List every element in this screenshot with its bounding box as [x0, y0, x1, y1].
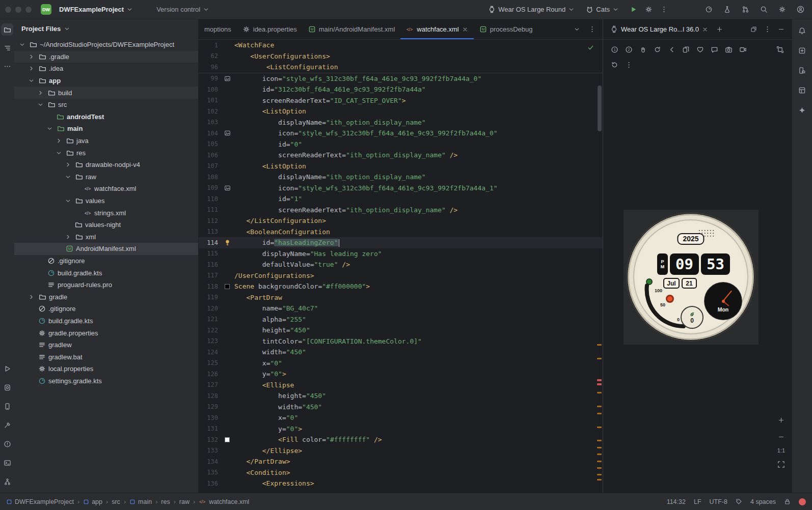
version-control-button[interactable] [1, 475, 13, 488]
chevron-right-icon[interactable] [63, 161, 72, 168]
code-line[interactable]: 127 <Ellipse [199, 380, 603, 391]
tree-item[interactable]: .gradle [14, 51, 198, 63]
code-line[interactable]: 110 id="1" [199, 193, 603, 205]
color-swatch-black[interactable] [225, 284, 230, 289]
chevron-down-button[interactable] [570, 23, 583, 36]
zoom-out-button[interactable] [775, 431, 788, 443]
tree-item[interactable]: res [14, 147, 198, 159]
tree-item[interactable]: MAndroidManifest.xml [14, 243, 198, 255]
color-swatch-white[interactable] [225, 437, 230, 442]
more-v-button[interactable] [657, 3, 670, 16]
code-line[interactable]: 114 id="hasLeadingZero" [199, 237, 603, 248]
zoom-level-label[interactable]: 1:1 [777, 447, 785, 454]
device-tab[interactable]: Wear OS Large Ro...l 36.0 [607, 25, 711, 33]
code-line[interactable]: 135 <Condition> [199, 467, 603, 478]
code-line[interactable]: 1<WatchFace [199, 40, 603, 51]
camera-button[interactable] [722, 43, 735, 55]
project-selector[interactable]: DWFExampleProject [56, 4, 137, 15]
code-line[interactable]: 133 </Ellipse> [199, 445, 603, 457]
warning-stripe-mark[interactable] [597, 447, 602, 448]
ai-assistant-button[interactable] [720, 3, 734, 16]
code-line[interactable]: 134 </PartDraw> [199, 456, 603, 467]
device-screen[interactable]: 2025 P M 09 53 Jul 21 [624, 210, 759, 345]
device-explorer-button[interactable] [796, 64, 808, 76]
tree-item[interactable]: values-night [14, 219, 198, 231]
run-configuration-selector[interactable]: Cats [582, 4, 622, 15]
zoom-in-button[interactable] [775, 414, 788, 426]
code-line[interactable]: 126 y="0"> [199, 369, 603, 380]
button-1-button[interactable]: 1 [608, 43, 621, 55]
breadcrumb-item[interactable]: DWFExampleProject [6, 498, 74, 505]
build-button[interactable] [1, 419, 13, 431]
chevron-down-icon[interactable] [17, 41, 26, 48]
minimize-window-button[interactable] [15, 7, 21, 13]
tree-item[interactable]: proguard-rules.pro [14, 279, 198, 291]
chevron-down-icon[interactable] [26, 77, 36, 84]
editor-tab[interactable]: </>watchface.xml [400, 19, 473, 39]
editor-tab[interactable]: idea.properties [237, 19, 303, 39]
code-line[interactable]: 120 name="BG_40c7" [199, 303, 603, 314]
notifications-button[interactable] [796, 24, 808, 37]
chevron-down-icon[interactable] [54, 150, 63, 156]
code-line[interactable]: 117/UserConfigurations> [199, 270, 603, 281]
tree-item[interactable]: main [14, 123, 198, 135]
code-line[interactable]: 106 screenReaderText="ith_option_display… [199, 150, 603, 161]
code-line[interactable]: 99 icon="style_wfs_312c30bf_f64a_461e_9c… [199, 73, 603, 84]
breadcrumb-item[interactable]: res [161, 498, 170, 505]
lock-icon[interactable] [784, 498, 791, 505]
device-selector[interactable]: Wear OS Large Round [484, 4, 578, 15]
code-line[interactable]: 121 alpha="255" [199, 314, 603, 325]
warning-stripe-mark[interactable] [597, 406, 602, 407]
version-control-menu[interactable]: Version control [153, 4, 213, 15]
chevron-down-icon[interactable] [63, 174, 72, 180]
tree-item[interactable]: java [14, 135, 198, 147]
tree-item[interactable]: settings.gradle.kts [14, 375, 198, 387]
code-line[interactable]: 103 displayName="ith_option_display_name… [199, 117, 603, 128]
encoding-indicator[interactable]: UTF-8 [710, 498, 727, 505]
device-manager-button[interactable] [1, 400, 13, 412]
running-devices-button[interactable] [1, 381, 13, 393]
tree-item[interactable]: local.properties [14, 363, 198, 375]
problems-button[interactable] [1, 438, 13, 450]
chevron-down-icon[interactable] [36, 101, 45, 108]
code-line[interactable]: 129 width="450" [199, 402, 603, 413]
code-line[interactable]: 102 <ListOption [199, 106, 603, 117]
indent-indicator[interactable]: 4 spaces [750, 498, 776, 505]
chevron-down-icon[interactable] [45, 125, 54, 132]
layout-inspector-button[interactable] [796, 84, 808, 96]
code-line[interactable]: 128 height="450" [199, 390, 603, 402]
video-button[interactable] [737, 43, 749, 55]
plus-button[interactable] [713, 23, 726, 36]
tree-item[interactable]: app [14, 75, 198, 87]
profiler-gear-button[interactable] [642, 3, 655, 16]
project-folder-button[interactable] [1, 23, 13, 36]
snapshot-button[interactable] [774, 43, 787, 55]
open-new-button[interactable] [747, 23, 760, 36]
app-switch-button[interactable] [680, 43, 692, 55]
code-line[interactable]: 107 <ListOption [199, 161, 603, 172]
code-line[interactable]: 111 screenReaderText="ith_option_display… [199, 205, 603, 216]
tree-item[interactable]: </>watchface.xml [14, 183, 198, 195]
code-line[interactable]: 124 width="450" [199, 347, 603, 358]
warning-stripe-mark[interactable] [597, 392, 602, 393]
code-line[interactable]: 132 <Fill color="#ffffffff" /> [199, 434, 603, 445]
breadcrumb-item[interactable]: src [112, 498, 120, 505]
warning-stripe-mark[interactable] [597, 440, 602, 441]
code-line[interactable]: 131 y="0"> [199, 423, 603, 435]
tree-item[interactable]: build.gradle.kts [14, 315, 198, 327]
code-line[interactable]: 125 x="0" [199, 358, 603, 369]
code-line[interactable]: 130 x="0" [199, 412, 603, 423]
code-line[interactable]: 109 icon="style_wfs_312c30bf_f64a_461e_9… [199, 183, 603, 194]
tree-item[interactable]: drawable-nodpi-v4 [14, 159, 198, 171]
reset-button[interactable] [608, 59, 621, 71]
more-h-button[interactable] [1, 60, 13, 72]
project-panel-header[interactable]: Project Files [14, 19, 198, 38]
editor-tab[interactable]: moptions [199, 19, 237, 39]
pull-request-button[interactable] [739, 3, 752, 16]
tree-item[interactable]: gradle.properties [14, 327, 198, 339]
more-v-button[interactable] [761, 23, 774, 36]
minimize-button[interactable] [775, 23, 788, 36]
breadcrumb-item[interactable]: </>watchface.xml [199, 498, 249, 505]
tree-item[interactable]: build [14, 87, 198, 99]
warning-stripe-mark[interactable] [597, 467, 602, 469]
